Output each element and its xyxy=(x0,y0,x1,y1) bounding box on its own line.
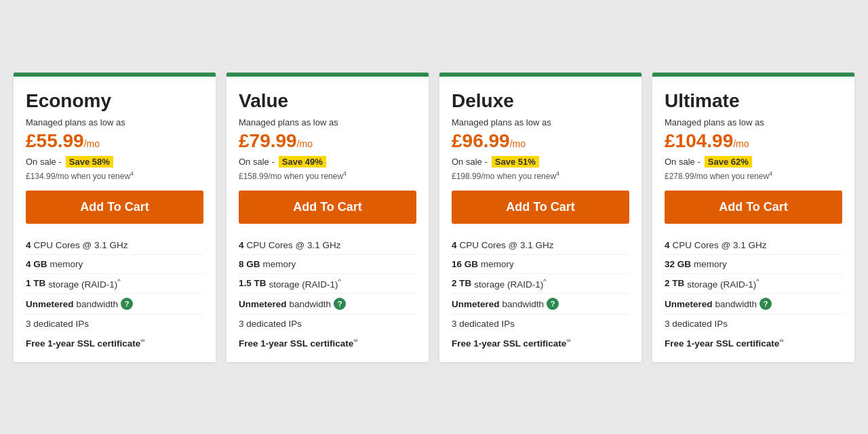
plan-tagline-economy: Managed plans as low as xyxy=(26,117,203,127)
sale-text-value: On sale - xyxy=(239,157,275,167)
sale-text-ultimate: On sale - xyxy=(665,157,701,167)
plan-name-economy: Economy xyxy=(26,90,203,112)
spec-item: 2 TB storage (RAID-1)^ xyxy=(452,274,629,294)
ssl-item-economy: Free 1-year SSL certificate∞ xyxy=(26,333,203,349)
add-to-cart-button-value[interactable]: Add To Cart xyxy=(239,191,416,224)
plan-sale-row-deluxe: On sale - Save 51% xyxy=(452,156,629,167)
plan-name-deluxe: Deluxe xyxy=(452,90,629,112)
ssl-item-value: Free 1-year SSL certificate∞ xyxy=(239,333,416,349)
save-badge-deluxe: Save 51% xyxy=(492,156,539,167)
spec-bold: 4 xyxy=(665,240,670,250)
add-to-cart-button-economy[interactable]: Add To Cart xyxy=(26,191,203,224)
sale-text-economy: On sale - xyxy=(26,157,62,167)
ssl-label-value: Free 1-year SSL certificate xyxy=(239,338,353,349)
spec-rest: CPU Cores @ 3.1 GHz xyxy=(247,240,341,250)
save-badge-economy: Save 58% xyxy=(66,156,113,167)
ssl-label-deluxe: Free 1-year SSL certificate xyxy=(452,338,566,349)
plan-content-deluxe: Deluxe Managed plans as low as £96.99/mo… xyxy=(439,77,642,362)
spec-item: Unmetered bandwidth? xyxy=(239,294,416,315)
spec-bold: 4 GB xyxy=(26,259,47,269)
plan-tagline-deluxe: Managed plans as low as xyxy=(452,117,629,127)
plan-renew-value: £158.99/mo when you renew4 xyxy=(239,170,416,181)
bandwidth-help-icon[interactable]: ? xyxy=(547,298,559,310)
spec-rest: memory xyxy=(263,259,296,269)
spec-rest: storage (RAID-1)^ xyxy=(687,278,759,290)
plan-card-economy: Economy Managed plans as low as £55.99/m… xyxy=(14,73,216,362)
ssl-label-ultimate: Free 1-year SSL certificate xyxy=(665,338,779,349)
spec-rest: memory xyxy=(481,259,514,269)
ssl-label-economy: Free 1-year SSL certificate xyxy=(26,338,140,349)
spec-rest: bandwidth xyxy=(502,299,545,309)
spec-bold: Unmetered xyxy=(239,299,287,309)
spec-rest: CPU Cores @ 3.1 GHz xyxy=(34,240,128,250)
bandwidth-help-icon[interactable]: ? xyxy=(334,298,346,310)
spec-rest: storage (RAID-1)^ xyxy=(48,278,120,290)
plan-price-mo-value: /mo xyxy=(297,138,313,149)
spec-item: 4 CPU Cores @ 3.1 GHz xyxy=(239,236,416,255)
spec-rest: CPU Cores @ 3.1 GHz xyxy=(673,240,767,250)
plan-price-row-deluxe: £96.99/mo xyxy=(452,130,629,152)
plan-content-ultimate: Ultimate Managed plans as low as £104.99… xyxy=(652,77,854,362)
dedicated-ips-item-value: 3 dedicated IPs xyxy=(239,315,416,333)
spec-bold: Unmetered xyxy=(26,299,74,309)
plan-content-economy: Economy Managed plans as low as £55.99/m… xyxy=(14,77,216,362)
ssl-item-deluxe: Free 1-year SSL certificate∞ xyxy=(452,333,629,349)
spec-item: Unmetered bandwidth? xyxy=(452,294,629,315)
spec-item: 4 CPU Cores @ 3.1 GHz xyxy=(452,236,629,255)
plan-price-row-ultimate: £104.99/mo xyxy=(665,130,842,152)
spec-rest: memory xyxy=(694,259,727,269)
spec-item: 4 CPU Cores @ 3.1 GHz xyxy=(665,236,842,255)
plan-renew-economy: £134.99/mo when you renew4 xyxy=(26,170,203,181)
spec-list-deluxe: 4 CPU Cores @ 3.1 GHz 16 GB memory 2 TB … xyxy=(452,236,629,334)
plan-tagline-value: Managed plans as low as xyxy=(239,117,416,127)
spec-item: 2 TB storage (RAID-1)^ xyxy=(665,274,842,294)
plan-price-mo-deluxe: /mo xyxy=(510,138,526,149)
plan-price-mo-economy: /mo xyxy=(84,138,100,149)
spec-rest: bandwidth xyxy=(290,299,332,309)
plan-tagline-ultimate: Managed plans as low as xyxy=(665,117,842,127)
spec-rest: storage (RAID-1)^ xyxy=(269,278,341,290)
add-to-cart-button-ultimate[interactable]: Add To Cart xyxy=(665,191,842,224)
spec-bold: 8 GB xyxy=(239,259,260,269)
save-badge-ultimate: Save 62% xyxy=(705,156,752,167)
spec-item: 4 GB memory xyxy=(26,255,203,274)
plan-price-ultimate: £104.99 xyxy=(665,130,733,151)
plan-price-deluxe: £96.99 xyxy=(452,130,510,151)
spec-rest: bandwidth xyxy=(715,299,757,309)
spec-rest: CPU Cores @ 3.1 GHz xyxy=(460,240,554,250)
spec-list-economy: 4 CPU Cores @ 3.1 GHz 4 GB memory 1 TB s… xyxy=(26,236,203,334)
plan-price-mo-ultimate: /mo xyxy=(733,138,749,149)
spec-item: Unmetered bandwidth? xyxy=(26,294,203,315)
dedicated-ips-item-economy: 3 dedicated IPs xyxy=(26,315,203,333)
spec-rest: storage (RAID-1)^ xyxy=(474,278,546,290)
spec-rest: memory xyxy=(50,259,83,269)
plan-sale-row-value: On sale - Save 49% xyxy=(239,156,416,167)
plan-card-deluxe: Deluxe Managed plans as low as £96.99/mo… xyxy=(439,73,642,362)
spec-item: 8 GB memory xyxy=(239,255,416,274)
bandwidth-help-icon[interactable]: ? xyxy=(760,298,772,310)
spec-bold: Unmetered xyxy=(665,299,713,309)
plan-sale-row-economy: On sale - Save 58% xyxy=(26,156,203,167)
add-to-cart-button-deluxe[interactable]: Add To Cart xyxy=(452,191,629,224)
spec-bold: 4 xyxy=(239,240,244,250)
spec-item: 1.5 TB storage (RAID-1)^ xyxy=(239,274,416,294)
spec-item: 1 TB storage (RAID-1)^ xyxy=(26,274,203,294)
plan-card-ultimate: Ultimate Managed plans as low as £104.99… xyxy=(652,73,854,362)
spec-bold: 32 GB xyxy=(665,259,691,269)
plans-container: Economy Managed plans as low as £55.99/m… xyxy=(14,73,854,362)
plan-name-ultimate: Ultimate xyxy=(665,90,842,112)
save-badge-value: Save 49% xyxy=(279,156,326,167)
spec-bold: 1.5 TB xyxy=(239,278,267,288)
plan-sale-row-ultimate: On sale - Save 62% xyxy=(665,156,842,167)
plan-renew-ultimate: £278.99/mo when you renew4 xyxy=(665,170,842,181)
plan-price-row-value: £79.99/mo xyxy=(239,130,416,152)
spec-item: Unmetered bandwidth? xyxy=(665,294,842,315)
bandwidth-help-icon[interactable]: ? xyxy=(121,298,133,310)
spec-item: 16 GB memory xyxy=(452,255,629,274)
plan-price-value: £79.99 xyxy=(239,130,297,151)
spec-bold: 1 TB xyxy=(26,278,45,288)
sale-text-deluxe: On sale - xyxy=(452,157,488,167)
spec-item: 32 GB memory xyxy=(665,255,842,274)
spec-item: 4 CPU Cores @ 3.1 GHz xyxy=(26,236,203,255)
spec-bold: 4 xyxy=(452,240,457,250)
